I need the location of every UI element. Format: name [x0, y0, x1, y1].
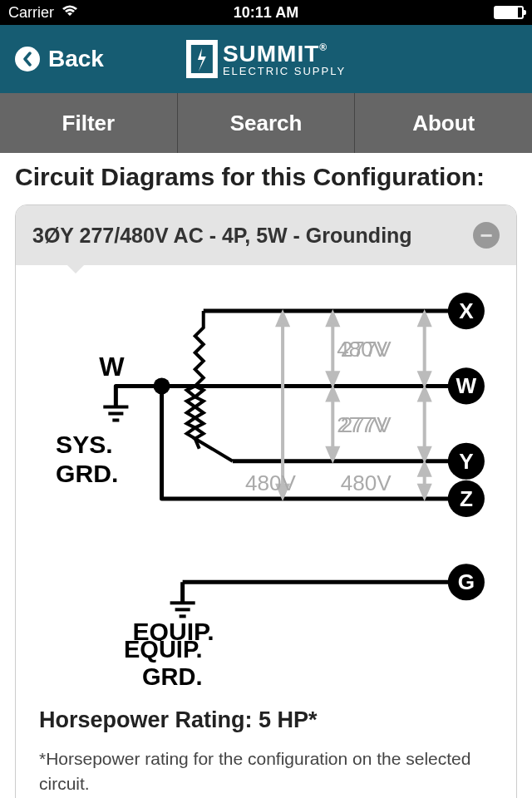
brand-logo-icon — [186, 40, 218, 78]
brand-logo: SUMMIT® ELECTRIC SUPPLY — [186, 40, 346, 78]
svg-text:SYS.: SYS. — [56, 431, 113, 458]
brand-name: SUMMIT — [223, 41, 319, 66]
circuit-diagram: 480V 277V 277V 277V 480V 480V X W Y Z G — [16, 265, 516, 707]
svg-marker-25 — [420, 464, 430, 475]
svg-marker-22 — [420, 388, 430, 400]
chevron-left-icon — [15, 47, 40, 71]
minus-icon: − — [480, 224, 492, 246]
horsepower-title: Horsepower Rating: 5 HP* — [39, 707, 493, 733]
svg-text:480V: 480V — [341, 470, 392, 495]
content-area: Circuit Diagrams for this Configuration:… — [0, 153, 532, 798]
svg-marker-13 — [328, 313, 337, 325]
svg-text:W: W — [456, 373, 477, 398]
back-label: Back — [48, 46, 104, 72]
brand-reg: ® — [319, 42, 328, 53]
status-left: Carrier — [8, 4, 79, 22]
card-title: 3ØY 277/480V AC - 4P, 5W - Grounding — [32, 224, 412, 248]
back-button[interactable]: Back — [15, 46, 104, 72]
svg-marker-26 — [420, 485, 430, 497]
svg-marker-19 — [420, 313, 430, 325]
horsepower-note: *Horsepower rating for the configuration… — [39, 746, 493, 796]
card-header[interactable]: 3ØY 277/480V AC - 4P, 5W - Grounding − — [16, 205, 516, 265]
brand-subtitle: ELECTRIC SUPPLY — [223, 66, 346, 76]
svg-text:Y: Y — [459, 449, 473, 474]
svg-marker-16 — [328, 388, 337, 400]
tab-search[interactable]: Search — [178, 93, 356, 153]
carrier-label: Carrier — [8, 4, 54, 22]
svg-text:Z: Z — [460, 486, 473, 511]
svg-marker-17 — [328, 448, 337, 460]
tab-about[interactable]: About — [355, 93, 532, 153]
svg-marker-20 — [420, 372, 430, 384]
svg-marker-10 — [278, 313, 288, 325]
svg-text:GRD.: GRD. — [56, 460, 118, 487]
svg-text:X: X — [459, 298, 474, 323]
wifi-icon — [61, 4, 79, 22]
svg-text:W: W — [99, 352, 125, 382]
svg-text:G: G — [458, 569, 475, 594]
svg-point-2 — [154, 377, 170, 394]
page-title: Circuit Diagrams for this Configuration: — [15, 163, 517, 191]
svg-text:277V: 277V — [341, 337, 392, 362]
svg-text:480V: 480V — [245, 470, 297, 495]
equip-grd-label: GRD. — [142, 663, 500, 691]
tab-bar: Filter Search About — [0, 93, 532, 153]
nav-bar: Back SUMMIT® ELECTRIC SUPPLY — [0, 25, 532, 93]
circuit-svg: 480V 277V 277V 277V 480V 480V X W Y Z G — [32, 290, 500, 641]
horsepower-section: Horsepower Rating: 5 HP* *Horsepower rat… — [16, 707, 516, 798]
svg-marker-23 — [420, 448, 430, 460]
status-bar: Carrier 10:11 AM — [0, 0, 532, 25]
collapse-button[interactable]: − — [473, 222, 500, 249]
status-time: 10:11 AM — [234, 4, 298, 22]
tab-filter[interactable]: Filter — [0, 93, 178, 153]
diagram-card: 3ØY 277/480V AC - 4P, 5W - Grounding − — [15, 204, 517, 798]
battery-icon — [494, 6, 524, 19]
svg-text:277V: 277V — [341, 412, 392, 437]
svg-marker-14 — [328, 372, 337, 384]
